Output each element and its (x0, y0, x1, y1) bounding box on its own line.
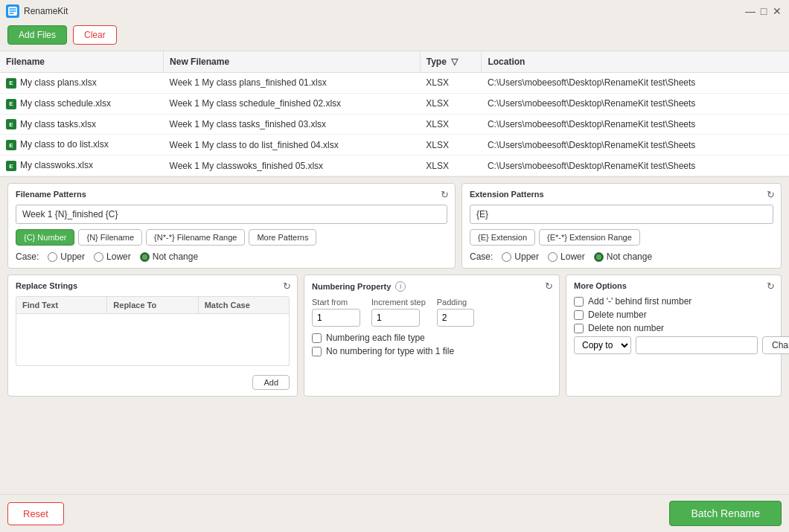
cell-filename: EMy class plans.xlsx (0, 73, 164, 94)
replace-table-header: Find Text Replace To Match Case (16, 296, 290, 314)
ext-case-lower[interactable]: Lower (548, 251, 585, 262)
maximize-button[interactable]: □ (758, 5, 770, 17)
minimize-button[interactable]: — (744, 5, 756, 17)
copy-to-row: Copy to Move to Change (574, 336, 773, 354)
app-title: RenameKit (24, 6, 68, 16)
table-row: EMy classwoks.xlsxWeek 1 My classwoks_fi… (0, 156, 789, 176)
extension-patterns-title: Extension Patterns (470, 190, 544, 199)
cell-filename: EMy class schedule.xlsx (0, 93, 164, 114)
file-icon: E (6, 161, 16, 171)
replace-strings-refresh[interactable]: ↻ (283, 281, 291, 292)
filename-pattern-buttons: {C} Number {N} Filename {N*-*} Filename … (16, 229, 447, 246)
delete-number-checkbox[interactable] (574, 310, 584, 320)
start-from-input[interactable] (312, 309, 360, 327)
cell-type: XLSX (420, 114, 482, 135)
table-row: EMy class tasks.xlsxWeek 1 My class task… (0, 114, 789, 135)
cell-location: C:\Users\mobeesoft\Desktop\RenameKit tes… (482, 156, 789, 176)
numbering-each-file-type-label: Numbering each file type (326, 333, 425, 343)
title-bar-left: RenameKit (6, 4, 68, 18)
numbering-info-icon[interactable]: i (395, 281, 406, 292)
extension-case-row: Case: Upper Lower Not change (470, 251, 773, 262)
extension-pattern-input[interactable] (470, 205, 773, 224)
delete-number-label: Delete number (588, 310, 647, 320)
replace-table-body (16, 314, 290, 366)
replace-col-match-case: Match Case (199, 297, 289, 313)
cell-location: C:\Users\mobeesoft\Desktop\RenameKit tes… (482, 93, 789, 114)
increment-step-field: Increment step (371, 298, 426, 327)
add-dash-row: Add '-' behind first number (574, 296, 773, 307)
numbering-each-file-type-row: Numbering each file type (312, 333, 552, 343)
cell-type: XLSX (420, 93, 482, 114)
replace-col-find: Find Text (16, 297, 107, 313)
more-options-title: More Options (574, 281, 627, 290)
table-row: EMy class to do list.xlsxWeek 1 My class… (0, 135, 789, 156)
col-type: Type ▽ (420, 51, 482, 73)
ext-btn-extension[interactable]: {E} Extension (470, 229, 535, 246)
change-button[interactable]: Change (762, 336, 789, 354)
window-controls: — □ ✕ (744, 5, 783, 17)
filename-case-not-change[interactable]: Not change (140, 251, 198, 262)
numbering-each-file-type-checkbox[interactable] (312, 333, 322, 343)
filename-case-row: Case: Upper Lower Not change (16, 251, 447, 262)
copy-to-select[interactable]: Copy to Move to (574, 336, 631, 354)
numbering-title: Numbering Property (312, 282, 391, 291)
start-from-label: Start from (312, 298, 360, 307)
file-icon: E (6, 99, 16, 109)
cell-location: C:\Users\mobeesoft\Desktop\RenameKit tes… (482, 73, 789, 94)
filename-patterns-panel: Filename Patterns ↻ {C} Number {N} Filen… (7, 183, 456, 269)
replace-col-replace-to: Replace To (107, 297, 198, 313)
numbering-refresh[interactable]: ↻ (545, 281, 553, 292)
extension-patterns-refresh[interactable]: ↻ (767, 189, 775, 200)
footer: Reset Batch Rename (0, 494, 789, 532)
file-table: Filename New Filename Type ▽ Location EM… (0, 51, 789, 176)
reset-button[interactable]: Reset (7, 502, 64, 525)
filename-case-upper[interactable]: Upper (48, 251, 85, 262)
filename-case-lower[interactable]: Lower (94, 251, 131, 262)
delete-non-number-checkbox[interactable] (574, 324, 584, 333)
ext-btn-extension-range[interactable]: {E*-*} Extension Range (539, 229, 640, 246)
filename-pattern-input[interactable] (16, 205, 447, 224)
delete-non-number-label: Delete non number (588, 323, 664, 333)
table-row: EMy class plans.xlsxWeek 1 My class plan… (0, 73, 789, 94)
file-table-container: Filename New Filename Type ▽ Location EM… (0, 51, 789, 177)
replace-add-button[interactable]: Add (252, 375, 290, 390)
col-filename: Filename (0, 51, 164, 73)
add-dash-checkbox[interactable] (574, 297, 584, 307)
more-options-refresh[interactable]: ↻ (767, 281, 775, 292)
cell-new-filename: Week 1 My class to do list_finished 04.x… (164, 135, 421, 156)
title-bar: RenameKit — □ ✕ (0, 0, 789, 21)
pattern-btn-filename[interactable]: {N} Filename (78, 229, 142, 246)
no-numbering-checkbox[interactable] (312, 347, 322, 356)
ext-case-not-change[interactable]: Not change (594, 251, 652, 262)
file-icon: E (6, 119, 16, 129)
delete-number-row: Delete number (574, 310, 773, 320)
ext-case-upper[interactable]: Upper (502, 251, 539, 262)
batch-rename-button[interactable]: Batch Rename (669, 501, 782, 526)
increment-step-label: Increment step (371, 298, 426, 307)
pattern-btn-number[interactable]: {C} Number (16, 229, 74, 246)
replace-strings-title: Replace Strings (16, 281, 77, 290)
add-dash-label: Add '-' behind first number (588, 296, 691, 307)
numbering-property-panel: Numbering Property i ↻ Start from Increm… (304, 275, 560, 397)
filter-icon[interactable]: ▽ (451, 57, 458, 67)
padding-input[interactable] (437, 309, 474, 327)
add-files-button[interactable]: Add Files (7, 25, 67, 45)
cell-new-filename: Week 1 My class plans_finished 01.xlsx (164, 73, 421, 94)
pattern-btn-more[interactable]: More Patterns (249, 229, 316, 246)
cell-type: XLSX (420, 156, 482, 176)
extension-patterns-panel: Extension Patterns ↻ {E} Extension {E*-*… (461, 183, 782, 269)
main-content: Filename Patterns ↻ {C} Number {N} Filen… (0, 177, 789, 494)
more-options-title-row: More Options ↻ (574, 281, 773, 290)
pattern-btn-filename-range[interactable]: {N*-*} Filename Range (146, 229, 245, 246)
close-button[interactable]: ✕ (771, 5, 783, 17)
toolbar: Add Files Clear (0, 21, 789, 51)
col-new-filename: New Filename (164, 51, 421, 73)
clear-button[interactable]: Clear (73, 25, 117, 45)
increment-step-input[interactable] (371, 309, 420, 327)
cell-filename: EMy classwoks.xlsx (0, 156, 164, 176)
more-options-panel: More Options ↻ Add '-' behind first numb… (566, 275, 782, 397)
padding-label: Padding (437, 298, 474, 307)
copy-to-input[interactable] (636, 336, 758, 354)
no-numbering-row: No numbering for type with 1 file (312, 346, 552, 356)
filename-patterns-refresh[interactable]: ↻ (441, 189, 449, 200)
